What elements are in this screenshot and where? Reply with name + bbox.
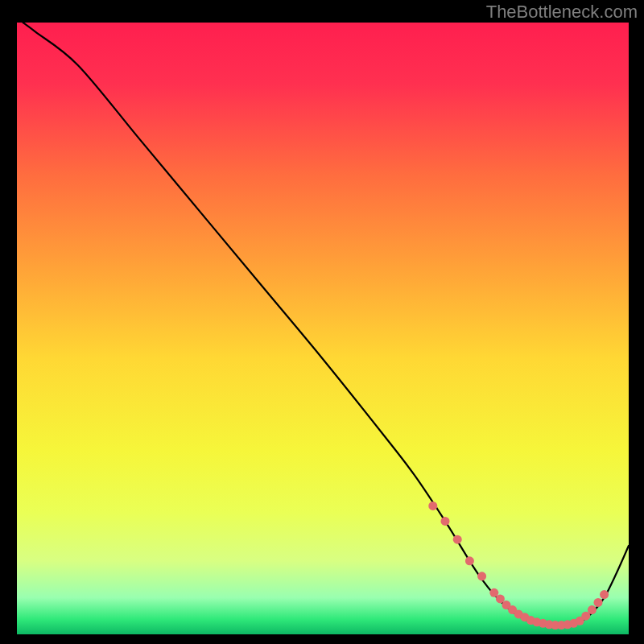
chart-frame: TheBottleneck.com: [0, 0, 644, 644]
gradient-background: [17, 23, 629, 634]
marker-dot: [594, 598, 603, 607]
marker-dot: [465, 556, 474, 565]
marker-dot: [453, 535, 462, 544]
marker-dot: [477, 572, 486, 580]
marker-dot: [441, 517, 450, 526]
marker-dot: [600, 590, 609, 599]
watermark-text: TheBottleneck.com: [486, 2, 638, 23]
marker-dot: [428, 502, 437, 510]
chart-plot-area: [17, 23, 629, 634]
marker-dot: [588, 605, 597, 614]
chart-svg: [17, 23, 629, 634]
